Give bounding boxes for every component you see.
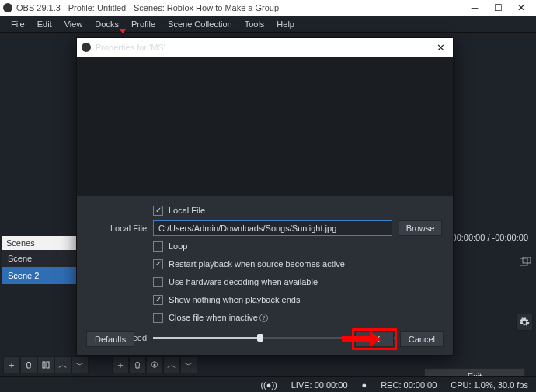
app-icon — [3, 3, 12, 12]
dialog-close-button[interactable]: ✕ — [433, 42, 448, 54]
scene-filters-button[interactable] — [37, 356, 54, 373]
close-file-checkbox[interactable] — [153, 313, 163, 323]
restart-label: Restart playback when source becomes act… — [169, 259, 345, 269]
svg-point-4 — [154, 364, 156, 366]
menu-help[interactable]: Help — [270, 17, 301, 31]
menu-file[interactable]: File — [5, 17, 31, 31]
broadcast-icon: ((●)) — [260, 380, 277, 390]
scenes-panel: Scenes Scene Scene 2 — [2, 236, 76, 284]
svg-rect-2 — [43, 362, 45, 368]
window-titlebar: OBS 29.1.3 - Profile: Untitled - Scenes:… — [0, 0, 536, 16]
local-file-input[interactable] — [153, 220, 392, 236]
restart-checkbox[interactable] — [153, 259, 163, 269]
status-rec: REC: 00:00:00 — [381, 380, 437, 390]
minimize-button[interactable]: ─ — [463, 2, 486, 13]
source-up-button[interactable]: ︿ — [163, 356, 180, 373]
dialog-icon — [82, 43, 91, 52]
local-file-label: Local File — [169, 206, 205, 215]
local-file-checkbox[interactable] — [153, 206, 163, 216]
menu-scene-collection[interactable]: Scene Collection — [162, 17, 238, 31]
maximize-button[interactable]: ☐ — [486, 2, 510, 13]
remove-source-button[interactable] — [129, 356, 146, 373]
cancel-button[interactable]: Cancel — [400, 331, 444, 347]
menu-docks[interactable]: Docks — [89, 17, 125, 31]
dialog-form: Local File Local File Browse Loop Restar… — [77, 196, 453, 346]
scene-item[interactable]: Scene 2 — [2, 267, 76, 284]
hw-decode-checkbox[interactable] — [153, 277, 163, 287]
dialog-footer: Defaults OK Cancel — [86, 331, 444, 347]
scene-item[interactable]: Scene — [2, 250, 76, 267]
close-button[interactable]: ✕ — [510, 2, 533, 13]
close-file-label: Close file when inactive — [169, 313, 258, 322]
dialog-titlebar: Properties for 'MS' ✕ — [77, 38, 453, 57]
loop-label: Loop — [169, 241, 187, 251]
record-icon: ● — [362, 380, 367, 390]
source-preview — [77, 57, 453, 196]
local-file-field-label: Local File — [88, 224, 153, 233]
menu-tools[interactable]: Tools — [238, 17, 271, 31]
status-cpu: CPU: 1.0%, 30.0 fps — [451, 380, 528, 390]
menu-profile[interactable]: Profile — [125, 17, 162, 31]
add-source-button[interactable]: ＋ — [112, 356, 129, 373]
ok-button[interactable]: OK — [355, 331, 394, 347]
dialog-title: Properties for 'MS' — [96, 43, 165, 52]
settings-gear-button[interactable] — [516, 314, 533, 331]
scene-up-button[interactable]: ︿ — [54, 356, 71, 373]
defaults-button[interactable]: Defaults — [86, 331, 134, 347]
source-down-button[interactable]: ﹀ — [180, 356, 197, 373]
svg-rect-3 — [47, 362, 49, 368]
scene-down-button[interactable]: ﹀ — [71, 356, 89, 373]
browse-button[interactable]: Browse — [399, 220, 442, 236]
loop-checkbox[interactable] — [153, 241, 163, 252]
svg-rect-0 — [520, 258, 527, 265]
svg-rect-1 — [523, 257, 531, 263]
source-properties-button[interactable] — [146, 356, 163, 373]
status-bar: ((●)) LIVE: 00:00:00 ● REC: 00:00:00 CPU… — [0, 376, 536, 392]
show-nothing-label: Show nothing when playback ends — [169, 295, 300, 304]
add-scene-button[interactable]: ＋ — [3, 356, 20, 373]
bottom-toolbar: ＋ ︿ ﹀ ＋ ︿ ﹀ — [3, 356, 197, 373]
show-nothing-checkbox[interactable] — [153, 295, 163, 305]
status-live: LIVE: 00:00:00 — [291, 380, 348, 390]
hw-decode-label: Use hardware decoding when available — [169, 277, 318, 286]
time-readout: 00:00:00 / -00:00:00 — [452, 233, 528, 242]
menu-view[interactable]: View — [58, 17, 89, 31]
popout-icon[interactable] — [517, 255, 533, 269]
menubar: File Edit View Docks Profile Scene Colle… — [0, 16, 536, 33]
window-title: OBS 29.1.3 - Profile: Untitled - Scenes:… — [16, 3, 279, 12]
info-icon[interactable]: ? — [259, 314, 268, 322]
remove-scene-button[interactable] — [20, 356, 37, 373]
menu-edit[interactable]: Edit — [31, 17, 58, 31]
scenes-header: Scenes — [2, 236, 76, 250]
properties-dialog: Properties for 'MS' ✕ Local File Local F… — [76, 37, 454, 356]
